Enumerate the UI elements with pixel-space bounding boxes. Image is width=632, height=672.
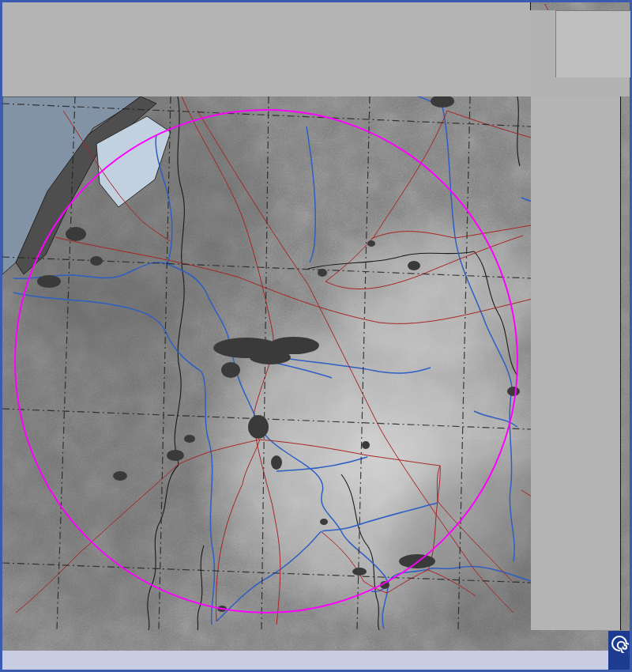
dwd-logo <box>608 631 630 670</box>
radar-info-box <box>555 10 630 77</box>
vertical-profile-right-strip <box>531 96 621 630</box>
footer-bar <box>2 651 608 670</box>
dwd-spiral-icon <box>610 632 629 653</box>
radar-screen <box>0 0 632 672</box>
intensity-legend <box>2 631 608 651</box>
vertical-profile-top-strip <box>2 2 531 96</box>
